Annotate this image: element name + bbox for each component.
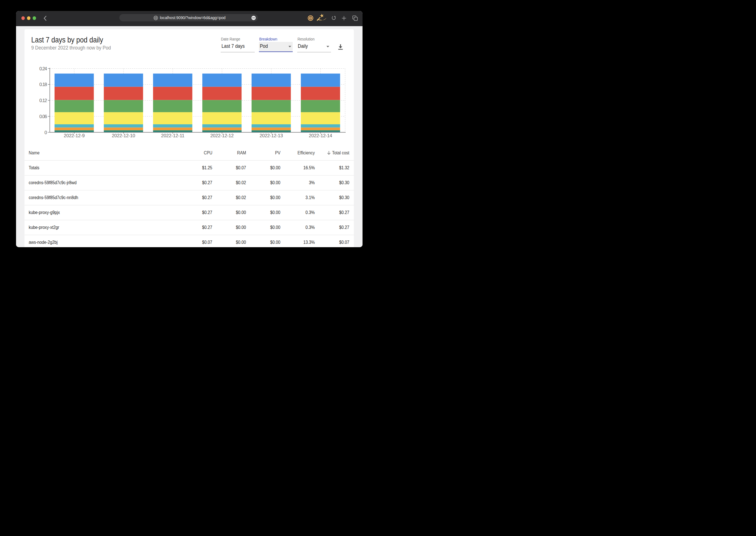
svg-text:2022-12-9: 2022-12-9 xyxy=(64,133,85,138)
svg-text:0.12: 0.12 xyxy=(39,98,47,103)
svg-text:2022-12-10: 2022-12-10 xyxy=(112,133,135,138)
svg-text:2022-12-14: 2022-12-14 xyxy=(309,133,332,138)
svg-text:0: 0 xyxy=(45,130,47,135)
svg-text:2022-12-12: 2022-12-12 xyxy=(210,133,234,138)
svg-text:0.18: 0.18 xyxy=(39,82,47,87)
svg-text:2022-12-11: 2022-12-11 xyxy=(161,133,184,138)
svg-text:2022-12-13: 2022-12-13 xyxy=(260,133,283,138)
svg-text:0.24: 0.24 xyxy=(39,66,47,71)
svg-text:0.06: 0.06 xyxy=(39,114,47,119)
